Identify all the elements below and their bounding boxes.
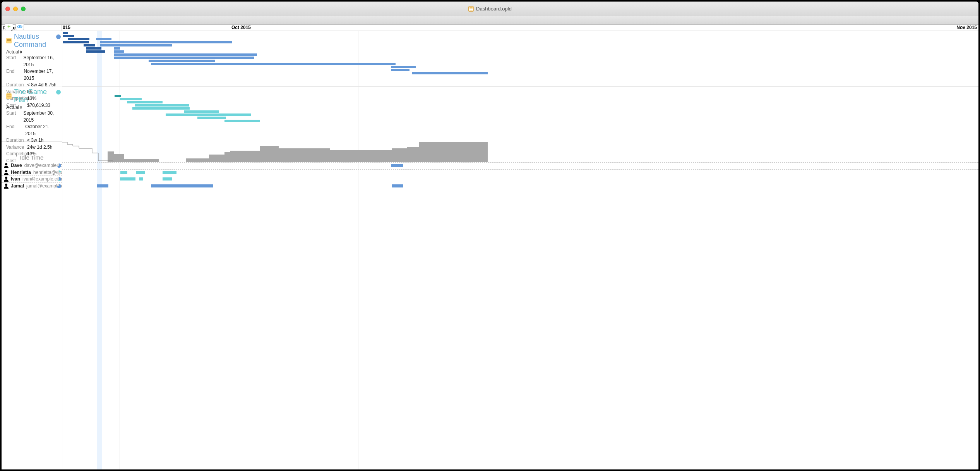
allocation-pie-icon bbox=[57, 163, 61, 168]
resource-allocation-bar[interactable] bbox=[139, 177, 143, 180]
project-color-dot bbox=[56, 90, 61, 95]
allocation-pie-icon bbox=[57, 184, 61, 188]
resource-name: Ivan bbox=[11, 176, 20, 182]
resource-allocation-bar[interactable] bbox=[97, 184, 108, 187]
eye-icon bbox=[17, 25, 22, 29]
updown-icon: ▴▾ bbox=[20, 105, 22, 109]
title-text: Dashboard.opld bbox=[476, 6, 490, 12]
gantt-bar[interactable] bbox=[114, 47, 120, 50]
project-row-gameplan[interactable]: The Game Plan Actual ▴▾ StartSeptember 3… bbox=[2, 86, 62, 142]
gantt-bar[interactable] bbox=[224, 120, 260, 122]
gantt-bar[interactable] bbox=[184, 110, 219, 113]
gantt-bar[interactable] bbox=[151, 63, 396, 65]
add-button[interactable]: + bbox=[5, 23, 13, 30]
resource-allocation-bar[interactable] bbox=[151, 184, 213, 187]
label-start: Start bbox=[6, 55, 23, 68]
idle-bar bbox=[303, 148, 330, 162]
resource-name: Dave bbox=[11, 163, 22, 168]
resource-allocation-bar[interactable] bbox=[120, 177, 135, 180]
gantt-bar[interactable] bbox=[149, 60, 215, 62]
gantt-bar[interactable] bbox=[96, 38, 111, 40]
gantt-bar[interactable] bbox=[127, 101, 163, 103]
resource-allocation-bar[interactable] bbox=[163, 177, 172, 180]
allocation-pie-icon bbox=[57, 177, 61, 181]
mode-label: Actual bbox=[6, 49, 19, 55]
idle-outline bbox=[62, 142, 116, 163]
gantt-bar[interactable] bbox=[120, 98, 142, 100]
gantt-bar[interactable] bbox=[101, 41, 232, 43]
view-button[interactable] bbox=[15, 23, 24, 30]
idle-bar bbox=[392, 148, 407, 162]
gantt-bar[interactable] bbox=[63, 35, 74, 37]
gantt-bar[interactable] bbox=[114, 53, 257, 56]
person-icon bbox=[4, 170, 9, 175]
resource-allocation-bar[interactable] bbox=[163, 171, 176, 174]
window-title: Dashboard.opld bbox=[2, 6, 490, 12]
resource-allocation-bar[interactable] bbox=[392, 184, 403, 187]
label-end: End bbox=[6, 68, 24, 82]
titlebar[interactable]: Dashboard.opld bbox=[2, 2, 490, 16]
label-end: End bbox=[6, 124, 25, 137]
tick-oct2015: Oct 2015 bbox=[231, 25, 251, 30]
label-completion: Completion bbox=[6, 151, 27, 158]
person-icon bbox=[4, 163, 9, 168]
timeline-header[interactable]: 015 Oct 2015 Nov 2015 bbox=[62, 25, 490, 31]
gantt-bar[interactable] bbox=[86, 50, 105, 53]
gantt-bar[interactable] bbox=[114, 57, 254, 59]
resource-row-jamal[interactable]: Jamal jamal@example.com bbox=[2, 183, 62, 190]
resource-allocation-bar[interactable] bbox=[136, 171, 145, 174]
person-icon bbox=[4, 177, 9, 181]
val-completion: 13% bbox=[27, 151, 36, 158]
gantt-bar[interactable] bbox=[68, 38, 89, 40]
gantt-bar[interactable] bbox=[166, 113, 251, 116]
project-color-dot bbox=[56, 34, 61, 39]
gantt-bar[interactable] bbox=[412, 72, 488, 74]
val-variance: 24w 1d 2.5h bbox=[27, 144, 52, 151]
idle-bar bbox=[230, 151, 260, 162]
gantt-timeline[interactable] bbox=[62, 31, 490, 236]
resource-row-henrietta[interactable]: Henrietta henrietta@example.com bbox=[2, 169, 62, 176]
project-name: The Game Plan bbox=[14, 88, 58, 104]
gantt-bar[interactable] bbox=[63, 41, 89, 43]
gantt-bar[interactable] bbox=[132, 107, 152, 110]
gantt-bar[interactable] bbox=[214, 117, 226, 119]
project-icon bbox=[6, 38, 12, 43]
gantt-bar[interactable] bbox=[115, 95, 121, 97]
resource-row-dave[interactable]: Dave dave@example.com bbox=[2, 162, 62, 169]
gantt-bar[interactable] bbox=[391, 69, 409, 71]
gantt-bar[interactable] bbox=[114, 50, 124, 53]
toolbar: + bbox=[2, 16, 490, 25]
val-end: October 21, 2015 bbox=[25, 124, 58, 137]
content-area: Nautilus Command Actual ▴▾ StartSeptembe… bbox=[2, 31, 490, 236]
idle-bar bbox=[407, 147, 419, 162]
resource-allocation-bar[interactable] bbox=[391, 164, 403, 167]
val-start: September 30, 2015 bbox=[23, 110, 58, 124]
project-title[interactable]: Nautilus Command bbox=[6, 33, 58, 49]
gantt-bar[interactable] bbox=[151, 107, 190, 110]
val-end: November 17, 2015 bbox=[24, 68, 58, 82]
resource-row-ivan[interactable]: Ivan ivan@example.com bbox=[2, 176, 62, 183]
mode-selector[interactable]: Actual ▴▾ bbox=[6, 49, 58, 55]
project-title[interactable]: The Game Plan bbox=[6, 88, 58, 104]
idle-bar bbox=[186, 158, 209, 162]
allocation-pie-icon bbox=[57, 170, 61, 175]
updown-icon: ▴▾ bbox=[20, 50, 22, 54]
gantt-bar[interactable] bbox=[84, 44, 95, 46]
gantt-bar[interactable] bbox=[391, 66, 416, 68]
label-variance: Variance bbox=[6, 144, 27, 151]
idle-bar bbox=[279, 148, 303, 162]
gantt-bar[interactable] bbox=[135, 104, 189, 107]
svg-point-0 bbox=[19, 26, 21, 28]
app-window: Dashboard.opld + Project 015 Oct 2015 No… bbox=[2, 2, 490, 236]
val-duration: < 3w 1h bbox=[27, 137, 43, 144]
idle-bar bbox=[330, 150, 392, 162]
project-row-nautilus[interactable]: Nautilus Command Actual ▴▾ StartSeptembe… bbox=[2, 31, 62, 86]
gantt-bar[interactable] bbox=[63, 32, 68, 34]
resource-name: Jamal bbox=[11, 183, 24, 189]
gantt-bar[interactable] bbox=[100, 44, 172, 46]
resource-allocation-bar[interactable] bbox=[120, 171, 127, 174]
project-icon bbox=[6, 93, 12, 99]
mode-selector[interactable]: Actual ▴▾ bbox=[6, 105, 58, 110]
idle-bar bbox=[124, 159, 159, 162]
gantt-bar[interactable] bbox=[86, 47, 101, 50]
